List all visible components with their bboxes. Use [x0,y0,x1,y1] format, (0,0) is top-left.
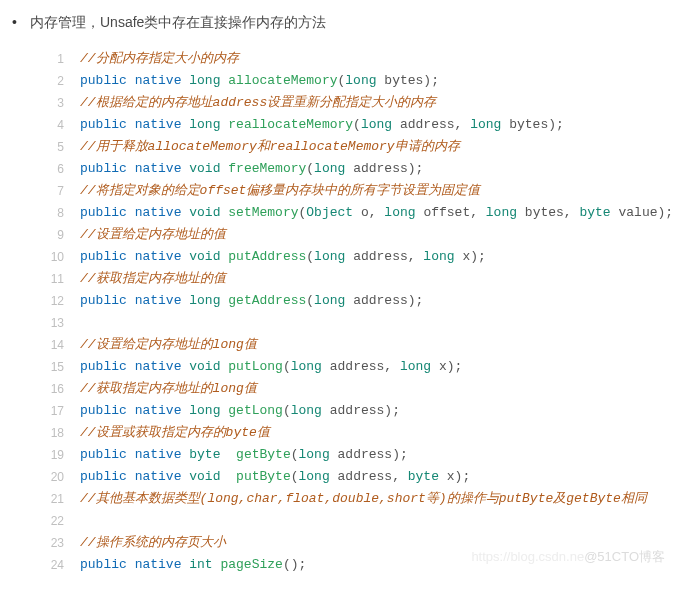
line-number: 3 [30,92,80,114]
code-content: //其他基本数据类型(long,char,float,double,short等… [80,488,683,510]
code-content: //获取指定内存地址的值 [80,268,683,290]
code-line: 16//获取指定内存地址的long值 [30,378,683,400]
code-content: public native long allocateMemory(long b… [80,70,683,92]
code-content: public native byte getByte(long address)… [80,444,683,466]
line-number: 21 [30,488,80,510]
code-line: 23//操作系统的内存页大小 [30,532,683,554]
code-line: 8public native void setMemory(Object o, … [30,202,683,224]
line-number: 8 [30,202,80,224]
line-number: 14 [30,334,80,356]
code-content: public native void freeMemory(long addre… [80,158,683,180]
code-line: 6public native void freeMemory(long addr… [30,158,683,180]
line-number: 22 [30,510,80,532]
code-line: 17public native long getLong(long addres… [30,400,683,422]
code-content: //获取指定内存地址的long值 [80,378,683,400]
code-line: 15public native void putLong(long addres… [30,356,683,378]
line-number: 6 [30,158,80,180]
code-content: //设置给定内存地址的值 [80,224,683,246]
code-content: //操作系统的内存页大小 [80,532,683,554]
code-content: //根据给定的内存地址address设置重新分配指定大小的内存 [80,92,683,114]
code-line: 14//设置给定内存地址的long值 [30,334,683,356]
code-content: public native void putByte(long address,… [80,466,683,488]
line-number: 12 [30,290,80,312]
code-content: public native long reallocateMemory(long… [80,114,683,136]
line-number: 18 [30,422,80,444]
code-content: //分配内存指定大小的内存 [80,48,683,70]
code-line: 10public native void putAddress(long add… [30,246,683,268]
line-number: 10 [30,246,80,268]
line-number: 2 [30,70,80,92]
code-content: //用于释放allocateMemory和reallocateMemory申请的… [80,136,683,158]
code-content: public native int pageSize(); [80,554,683,576]
code-line: 7//将指定对象的给定offset偏移量内存块中的所有字节设置为固定值 [30,180,683,202]
code-line: 11//获取指定内存地址的值 [30,268,683,290]
code-content: //将指定对象的给定offset偏移量内存块中的所有字节设置为固定值 [80,180,683,202]
code-content: //设置给定内存地址的long值 [80,334,683,356]
code-line: 1//分配内存指定大小的内存 [30,48,683,70]
line-number: 4 [30,114,80,136]
code-content: //设置或获取指定内存的byte值 [80,422,683,444]
section-heading: 内存管理，Unsafe类中存在直接操作内存的方法 [30,14,683,32]
code-block: 1//分配内存指定大小的内存2public native long alloca… [30,48,683,576]
code-content: public native long getAddress(long addre… [80,290,683,312]
line-number: 15 [30,356,80,378]
code-line: 4public native long reallocateMemory(lon… [30,114,683,136]
line-number: 9 [30,224,80,246]
code-line: 20public native void putByte(long addres… [30,466,683,488]
code-line: 3//根据给定的内存地址address设置重新分配指定大小的内存 [30,92,683,114]
code-line: 19public native byte getByte(long addres… [30,444,683,466]
code-line: 18//设置或获取指定内存的byte值 [30,422,683,444]
line-number: 20 [30,466,80,488]
code-line: 24public native int pageSize(); [30,554,683,576]
line-number: 7 [30,180,80,202]
line-number: 23 [30,532,80,554]
code-line: 22 [30,510,683,532]
line-number: 16 [30,378,80,400]
line-number: 1 [30,48,80,70]
line-number: 24 [30,554,80,576]
code-content: public native void setMemory(Object o, l… [80,202,683,224]
code-content: public native void putLong(long address,… [80,356,683,378]
code-line: 12public native long getAddress(long add… [30,290,683,312]
line-number: 19 [30,444,80,466]
code-content [80,510,683,532]
code-content [80,312,683,334]
code-line: 2public native long allocateMemory(long … [30,70,683,92]
line-number: 13 [30,312,80,334]
line-number: 5 [30,136,80,158]
code-content: public native long getLong(long address)… [80,400,683,422]
code-content: public native void putAddress(long addre… [80,246,683,268]
code-line: 9//设置给定内存地址的值 [30,224,683,246]
code-line: 21//其他基本数据类型(long,char,float,double,shor… [30,488,683,510]
line-number: 11 [30,268,80,290]
code-line: 13 [30,312,683,334]
line-number: 17 [30,400,80,422]
code-line: 5//用于释放allocateMemory和reallocateMemory申请… [30,136,683,158]
